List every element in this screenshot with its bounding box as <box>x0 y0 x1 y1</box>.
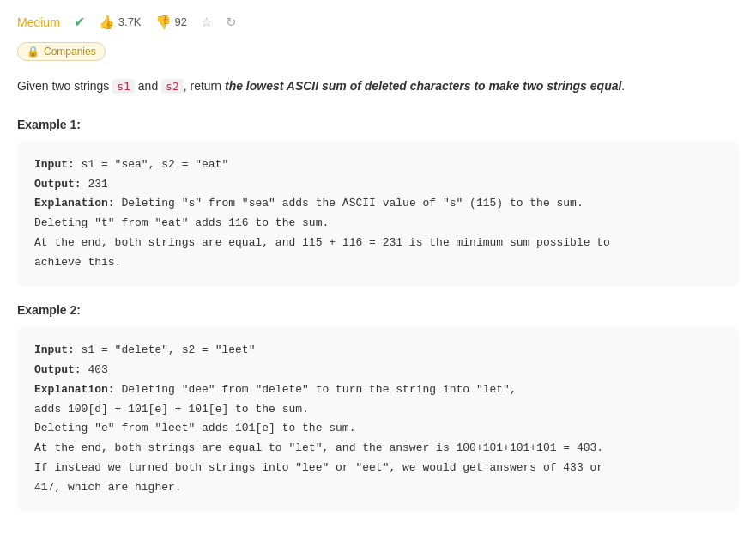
s2-code: s2 <box>161 79 184 94</box>
example2-title: Example 2: <box>17 303 739 317</box>
example1-output-label: Output: <box>34 178 82 191</box>
example2-input-label: Input: <box>34 343 75 356</box>
companies-tag[interactable]: 🔒 Companies <box>17 42 106 61</box>
example2-explanation-line: Explanation: Deleting "dee" from "delete… <box>34 380 722 498</box>
description-prefix: Given two strings <box>17 79 112 93</box>
example1-input-label: Input: <box>34 158 75 171</box>
example1-input-value: s1 = "sea", s2 = "eat" <box>75 158 228 171</box>
example2-explanation-label: Explanation: <box>34 383 115 396</box>
description-period: . <box>621 79 625 93</box>
check-icon: ✔ <box>74 14 85 30</box>
example2-input-value: s1 = "delete", s2 = "leet" <box>75 343 256 356</box>
example1-title: Example 1: <box>17 118 739 131</box>
problem-description: Given two strings s1 and s2, return the … <box>17 76 739 97</box>
example1-output-line: Output: 231 <box>34 175 722 195</box>
description-and: and <box>135 79 161 93</box>
example2-block: Input: s1 = "delete", s2 = "leet" Output… <box>17 327 739 511</box>
example2-section: Example 2: Input: s1 = "delete", s2 = "l… <box>17 303 739 511</box>
star-icon[interactable]: ☆ <box>201 15 212 30</box>
example1-output-value: 231 <box>82 178 108 191</box>
downvote-section[interactable]: 👎 92 <box>155 15 187 30</box>
example2-output-value: 403 <box>82 363 108 376</box>
example2-input-line: Input: s1 = "delete", s2 = "leet" <box>34 341 722 361</box>
description-italic-bold: the lowest ASCII sum of deleted characte… <box>225 79 621 93</box>
downvote-count: 92 <box>175 15 187 28</box>
example1-explanation-text: Deleting "s" from "sea" adds the ASCII v… <box>34 197 610 268</box>
example2-output-line: Output: 403 <box>34 361 722 380</box>
upvote-section[interactable]: 👍 3.7K <box>99 15 142 30</box>
lock-icon: 🔒 <box>27 46 39 58</box>
upvote-count: 3.7K <box>118 15 142 28</box>
description-return: , return <box>184 79 225 93</box>
example1-input-line: Input: s1 = "sea", s2 = "eat" <box>34 155 722 175</box>
s1-code: s1 <box>112 79 135 94</box>
thumbs-down-icon: 👎 <box>155 15 172 30</box>
example1-explanation-label: Explanation: <box>34 197 115 210</box>
difficulty-badge[interactable]: Medium <box>17 15 60 29</box>
refresh-icon[interactable]: ↻ <box>226 15 237 30</box>
thumbs-up-icon: 👍 <box>99 15 115 30</box>
example1-explanation-line: Explanation: Deleting "s" from "sea" add… <box>34 194 722 272</box>
top-bar: Medium ✔ 👍 3.7K 👎 92 ☆ ↻ <box>17 14 739 30</box>
example2-output-label: Output: <box>34 363 82 376</box>
example2-explanation-text: Deleting "dee" from "delete" to turn the… <box>34 383 603 494</box>
example1-block: Input: s1 = "sea", s2 = "eat" Output: 23… <box>17 142 739 287</box>
companies-label: Companies <box>44 46 96 58</box>
example1-section: Example 1: Input: s1 = "sea", s2 = "eat"… <box>17 118 739 287</box>
